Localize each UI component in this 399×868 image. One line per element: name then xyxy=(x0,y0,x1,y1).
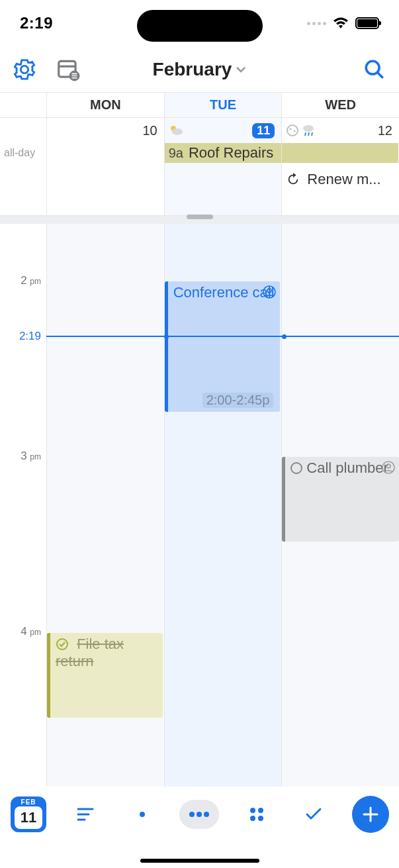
allday-col-mon[interactable] xyxy=(46,143,164,215)
svg-point-27 xyxy=(258,808,263,813)
date-cell-tue[interactable]: 11 xyxy=(164,118,282,143)
event-title: Call plumber xyxy=(306,459,388,476)
allday-label: all-day xyxy=(0,143,46,215)
svg-point-7 xyxy=(287,125,298,136)
unchecked-circle-icon xyxy=(290,462,302,474)
date-cell-wed[interactable]: 12 xyxy=(281,118,399,143)
day-of-week-header: MON TUE WED xyxy=(0,93,399,118)
svg-point-22 xyxy=(140,812,145,817)
time-grid[interactable]: 2 pm 2:19 3 pm 4 pm File tax return Conf… xyxy=(0,224,399,787)
svg-point-10 xyxy=(303,125,314,132)
drag-handle-icon[interactable] xyxy=(187,215,213,219)
event-time-badge: 2:00-2:45p xyxy=(202,393,274,408)
event-title: Conference call xyxy=(173,284,275,301)
now-indicator xyxy=(46,336,399,337)
svg-line-4 xyxy=(377,72,383,78)
svg-line-11 xyxy=(305,132,306,136)
device-notch xyxy=(137,10,263,42)
svg-point-26 xyxy=(250,808,255,813)
allday-divider[interactable] xyxy=(0,216,399,224)
svg-point-14 xyxy=(57,639,67,650)
attendee-icon xyxy=(263,285,276,299)
allday-col-wed[interactable]: Renew m... xyxy=(281,143,399,215)
date-cell-mon[interactable]: 10 xyxy=(46,118,164,143)
svg-point-25 xyxy=(204,812,209,817)
add-event-button[interactable] xyxy=(351,798,390,831)
search-button[interactable] xyxy=(363,58,386,81)
svg-line-12 xyxy=(308,132,309,136)
status-time: 2:19 xyxy=(20,14,53,32)
event-call-plumber[interactable]: Call plumber xyxy=(282,457,399,542)
date-number: 10 xyxy=(142,123,157,138)
svg-point-28 xyxy=(250,816,255,821)
today-button[interactable]: FEB 11 xyxy=(9,798,48,831)
grid-col-wed[interactable]: Call plumber xyxy=(281,224,399,787)
date-number: 12 xyxy=(378,123,392,138)
svg-point-18 xyxy=(386,464,390,468)
attendee-icon xyxy=(382,461,395,474)
dot-button[interactable] xyxy=(122,798,162,831)
svg-point-29 xyxy=(258,816,263,821)
calendars-button[interactable] xyxy=(56,57,81,82)
allday-section: all-day 9a Roof Repairs Renew m... xyxy=(0,143,399,216)
wifi-icon xyxy=(333,17,349,30)
svg-point-8 xyxy=(290,128,292,130)
svg-point-6 xyxy=(172,128,183,135)
event-conference-call[interactable]: Conference call 2:00-2:45p xyxy=(165,281,281,412)
status-right xyxy=(307,17,379,30)
svg-line-13 xyxy=(312,132,312,136)
checkmark-button[interactable] xyxy=(294,798,333,831)
event-title: Roof Repairs xyxy=(189,144,273,162)
svg-point-3 xyxy=(366,61,379,74)
svg-point-24 xyxy=(197,812,202,817)
app-header: February xyxy=(0,46,399,93)
allday-col-tue[interactable]: 9a Roof Repairs xyxy=(164,143,282,215)
svg-point-16 xyxy=(267,289,271,293)
grid-dots-button[interactable] xyxy=(237,798,277,831)
date-number-row: 10 11 12 xyxy=(0,118,399,143)
month-title: February xyxy=(153,59,232,80)
checked-circle-icon xyxy=(56,636,73,652)
grid-col-tue[interactable]: Conference call 2:00-2:45p xyxy=(164,224,282,787)
event-renew[interactable]: Renew m... xyxy=(282,169,399,189)
month-selector[interactable]: February xyxy=(153,59,247,80)
now-time-label: 2:19 xyxy=(19,330,41,343)
day-label-tue[interactable]: TUE xyxy=(164,93,282,117)
cellular-dots-icon xyxy=(307,22,326,25)
list-view-button[interactable] xyxy=(66,798,105,831)
settings-button[interactable] xyxy=(13,58,36,81)
event-file-tax-return[interactable]: File tax return xyxy=(47,633,163,718)
bottom-toolbar: FEB 11 xyxy=(0,789,399,868)
chevron-down-icon xyxy=(236,66,246,73)
day-label-wed[interactable]: WED xyxy=(281,93,399,117)
day-label-mon[interactable]: MON xyxy=(46,93,164,117)
date-chip-today: 11 xyxy=(252,123,275,138)
weather-wed-icon xyxy=(285,123,316,138)
more-button[interactable] xyxy=(179,798,219,831)
event-start-time: 9a xyxy=(169,146,183,161)
event-title: Renew m... xyxy=(307,171,380,188)
weather-tue-icon xyxy=(168,123,184,138)
svg-point-23 xyxy=(189,812,195,817)
time-gutter: 2 pm 2:19 3 pm 4 pm xyxy=(0,224,46,787)
grid-col-mon[interactable]: File tax return xyxy=(46,224,164,787)
status-bar: 2:19 xyxy=(0,0,399,46)
home-indicator[interactable] xyxy=(140,859,259,863)
recurring-icon xyxy=(286,172,300,187)
svg-point-9 xyxy=(294,130,296,132)
battery-icon xyxy=(355,17,379,29)
